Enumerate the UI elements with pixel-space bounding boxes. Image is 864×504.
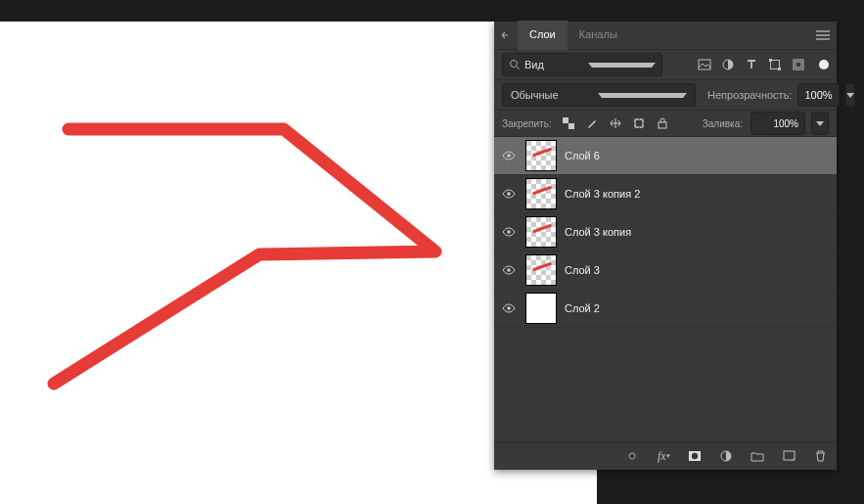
svg-rect-8 (563, 117, 568, 123)
layer-list: Слой 6Слой 3 копия 2Слой 3 копияСлой 3Сл… (494, 137, 837, 441)
svg-rect-5 (778, 68, 781, 70)
layer-thumbnail[interactable] (525, 178, 557, 209)
fill-label: Заливка: (703, 118, 743, 129)
visibility-toggle[interactable] (500, 147, 518, 164)
layer-row[interactable]: Слой 6 (494, 137, 837, 175)
tab-label: Каналы (579, 28, 617, 40)
tab-channels[interactable]: Каналы (568, 21, 629, 50)
svg-point-12 (507, 154, 511, 158)
layer-name[interactable]: Слой 3 копия 2 (565, 188, 640, 200)
svg-point-15 (507, 268, 511, 272)
layer-name[interactable]: Слой 6 (565, 150, 600, 161)
adjustment-layer-button[interactable] (717, 447, 735, 465)
blend-mode-select[interactable]: Обычные (502, 83, 696, 107)
svg-rect-9 (568, 123, 574, 129)
layers-panel: Слои Каналы Вид Обычные Непрозрачность: (494, 22, 837, 470)
svg-rect-4 (769, 59, 772, 62)
tab-layers[interactable]: Слои (518, 21, 568, 50)
layer-row[interactable]: Слой 2 (494, 290, 837, 328)
delete-layer-button[interactable] (811, 447, 829, 465)
filter-adjustment-icon[interactable] (719, 56, 737, 73)
new-layer-button[interactable] (780, 447, 797, 465)
svg-point-13 (507, 192, 511, 196)
filter-type-icon[interactable] (743, 56, 760, 73)
filter-row: Вид (494, 50, 837, 80)
fill-value: 100% (773, 118, 798, 129)
opacity-value: 100% (804, 89, 832, 101)
fill-input[interactable]: 100% (750, 112, 805, 135)
layer-style-button[interactable]: fx▾ (655, 447, 672, 465)
visibility-toggle[interactable] (500, 185, 518, 203)
chevron-down-icon (598, 93, 687, 98)
layer-thumbnail[interactable] (525, 254, 557, 286)
svg-point-14 (507, 230, 511, 234)
blend-mode-value: Обычные (511, 89, 592, 101)
layer-thumbnail[interactable] (525, 140, 557, 171)
lock-position-icon[interactable] (607, 115, 624, 132)
visibility-toggle[interactable] (500, 261, 518, 279)
layer-row[interactable]: Слой 3 копия (494, 213, 837, 252)
filter-smartobject-icon[interactable] (790, 56, 807, 73)
svg-rect-20 (784, 451, 795, 460)
group-button[interactable] (749, 447, 766, 465)
layer-thumbnail[interactable] (525, 216, 557, 248)
svg-rect-10 (635, 119, 643, 127)
opacity-label: Непрозрачность: (707, 89, 792, 101)
app-topbar (0, 0, 864, 22)
blend-row: Обычные Непрозрачность: 100% (494, 80, 837, 111)
visibility-toggle[interactable] (500, 223, 518, 241)
svg-point-18 (692, 453, 698, 459)
panel-header: Слои Каналы (494, 22, 837, 50)
chevron-down-icon (588, 63, 656, 68)
svg-rect-1 (699, 60, 710, 69)
lock-label: Закрепить: (502, 118, 552, 129)
lock-row: Закрепить: Заливка: 100% (494, 111, 837, 137)
layer-filter-select[interactable]: Вид (502, 53, 662, 76)
lock-all-icon[interactable] (654, 115, 671, 132)
layer-name[interactable]: Слой 3 копия (565, 226, 631, 238)
layer-thumbnail[interactable] (525, 293, 557, 324)
lock-artboard-icon[interactable] (630, 115, 648, 132)
layer-row[interactable]: Слой 3 копия 2 (494, 175, 837, 213)
svg-rect-11 (659, 122, 666, 128)
svg-point-16 (507, 306, 511, 310)
svg-rect-7 (796, 62, 801, 68)
svg-point-0 (511, 61, 518, 68)
panel-footer: fx▾ (494, 441, 837, 470)
search-icon (509, 59, 521, 70)
opacity-stepper[interactable] (845, 83, 855, 107)
chevron-down-icon (846, 93, 854, 98)
layer-mask-button[interactable] (686, 447, 704, 465)
lock-pixels-icon[interactable] (583, 115, 601, 132)
filter-shape-icon[interactable] (766, 56, 784, 73)
filter-label: Вид (524, 59, 584, 70)
tab-label: Слои (529, 28, 556, 40)
layer-name[interactable]: Слой 2 (565, 302, 600, 314)
panel-menu-button[interactable] (809, 22, 837, 49)
lock-transparency-icon[interactable] (560, 115, 577, 132)
visibility-toggle[interactable] (500, 299, 518, 317)
fill-stepper[interactable] (811, 112, 829, 135)
layer-name[interactable]: Слой 3 (565, 264, 600, 276)
chevron-down-icon (816, 121, 824, 126)
layer-row[interactable]: Слой 3 (494, 252, 837, 290)
panel-collapse-button[interactable] (494, 22, 518, 49)
filter-pixel-icon[interactable] (696, 56, 713, 73)
filter-toggle-switch[interactable] (819, 60, 829, 69)
link-layers-button[interactable] (623, 447, 641, 465)
opacity-input[interactable]: 100% (797, 83, 839, 107)
